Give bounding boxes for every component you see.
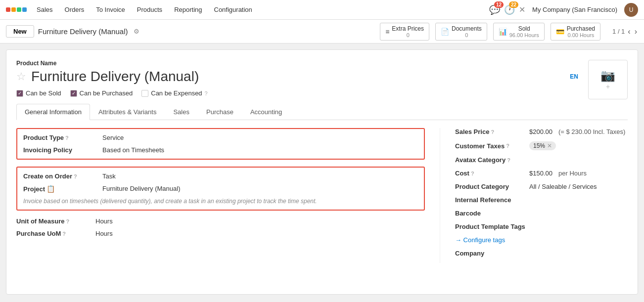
can-be-purchased-checkbox[interactable]: Can be Purchased [70, 89, 133, 97]
avatax-category-row: Avatax Category ? [455, 156, 628, 164]
extra-prices-button[interactable]: ≡ Extra Prices 0 [380, 23, 429, 41]
customer-taxes-label: Customer Taxes ? [455, 142, 529, 150]
activity-icon[interactable]: 🕐 22 [504, 4, 515, 15]
nav-configuration[interactable]: Configuration [209, 4, 257, 15]
gear-icon[interactable]: ⚙ [134, 28, 139, 35]
unit-of-measure-value[interactable]: Hours [95, 217, 113, 225]
project-row: Project 📋 Furniture Delivery (Manual) [23, 185, 418, 193]
internal-reference-row: Internal Reference [455, 196, 628, 204]
documents-label: Documents [452, 25, 482, 32]
search-icon[interactable]: ✕ [519, 5, 525, 14]
language-badge[interactable]: EN [570, 73, 578, 80]
project-label: Project 📋 [23, 185, 102, 193]
extra-prices-label: Extra Prices [392, 25, 424, 32]
documents-icon: 📄 [441, 28, 449, 36]
prev-page-button[interactable]: ‹ [627, 27, 631, 36]
can-be-sold-checkbox[interactable]: Can be Sold [16, 89, 61, 97]
sales-price-value[interactable]: $200.00 [529, 128, 552, 135]
product-category-row: Product Category All / Saleable / Servic… [455, 183, 628, 190]
configure-tags-link[interactable]: → Configure tags [455, 236, 505, 244]
tab-general-information[interactable]: General Information [16, 104, 90, 120]
create-on-order-help-icon[interactable]: ? [74, 173, 77, 179]
purchased-button[interactable]: 💳 Purchased 0.00 Hours [551, 23, 600, 41]
app-logo[interactable] [6, 7, 27, 12]
sold-button[interactable]: 📊 Sold 96.00 Hours [493, 23, 545, 41]
record-title: Furniture Delivery (Manual) [38, 27, 128, 36]
nav-to-invoice[interactable]: To Invoice [91, 4, 130, 15]
unit-of-measure-section: Unit of Measure ? Hours Purchase UoM ? H… [16, 217, 425, 237]
purchase-uom-value[interactable]: Hours [95, 230, 113, 237]
unit-of-measure-row: Unit of Measure ? Hours [16, 217, 425, 225]
project-value[interactable]: Furniture Delivery (Manual) [102, 185, 181, 192]
add-image-icon: + [606, 83, 610, 90]
company-label: Company [455, 250, 529, 257]
unit-of-measure-label: Unit of Measure ? [16, 217, 95, 225]
can-be-sold-label: Can be Sold [26, 89, 61, 97]
nav-reporting[interactable]: Reporting [169, 4, 207, 15]
sales-price-row: Sales Price ? $200.00 (= $ 230.00 Incl. … [455, 128, 628, 135]
purchased-label: Purchased [567, 25, 595, 32]
nav-sales[interactable]: Sales [32, 4, 58, 15]
can-be-expensed-checkbox[interactable]: Can be Expensed ? [141, 89, 207, 97]
product-image[interactable]: 📷 + [588, 60, 628, 99]
template-tags-label: Product Template Tags [455, 223, 529, 230]
product-title: Furniture Delivery (Manual) [31, 69, 199, 85]
next-page-button[interactable]: › [634, 27, 638, 36]
product-type-value[interactable]: Service [102, 134, 124, 141]
invoicing-policy-row: Invoicing Policy Based on Timesheets [23, 146, 418, 154]
uom-help-icon[interactable]: ? [66, 218, 70, 224]
invoicing-policy-value[interactable]: Based on Timesheets [102, 146, 164, 154]
create-on-order-value[interactable]: Task [102, 173, 116, 180]
chat-icon[interactable]: 💬 12 [489, 4, 500, 15]
tax-value: 15% [533, 142, 545, 149]
company-row: Company [455, 250, 628, 257]
tab-accounting[interactable]: Accounting [242, 104, 290, 120]
cost-value[interactable]: $150.00 [529, 170, 552, 177]
documents-button[interactable]: 📄 Documents 0 [435, 23, 487, 41]
nav-products[interactable]: Products [132, 4, 167, 15]
product-category-value[interactable]: All / Saleable / Services [529, 183, 597, 190]
action-buttons-group: ≡ Extra Prices 0 📄 Documents 0 📊 Sold 96… [380, 23, 638, 41]
sold-label: Sold [509, 25, 539, 32]
invoicing-policy-label: Invoicing Policy [23, 146, 102, 154]
project-icon: 📋 [46, 185, 55, 193]
tab-left-column: Product Type ? Service Invoicing Policy … [16, 128, 440, 263]
can-be-purchased-box[interactable] [70, 90, 77, 97]
purchased-icon: 💳 [556, 28, 564, 36]
avatax-help-icon[interactable]: ? [507, 157, 510, 163]
can-be-purchased-label: Can be Purchased [80, 89, 133, 97]
new-button[interactable]: New [6, 25, 34, 38]
user-avatar[interactable]: U [624, 3, 638, 17]
product-type-label: Product Type ? [23, 134, 102, 141]
extra-prices-icon: ≡ [385, 28, 389, 36]
tab-purchase[interactable]: Purchase [198, 104, 242, 120]
tab-attributes-variants[interactable]: Attributes & Variants [90, 104, 165, 120]
cost-per-hours: per Hours [558, 170, 587, 177]
expensed-help-icon[interactable]: ? [205, 90, 208, 96]
customer-taxes-help-icon[interactable]: ? [506, 143, 509, 149]
can-be-sold-box[interactable] [16, 90, 23, 97]
nav-orders[interactable]: Orders [60, 4, 90, 15]
cost-help-icon[interactable]: ? [471, 171, 474, 176]
tab-sales[interactable]: Sales [165, 104, 198, 120]
template-tags-row: Product Template Tags [455, 223, 628, 230]
purchase-uom-help-icon[interactable]: ? [62, 231, 66, 237]
remove-tax-icon[interactable]: ✕ [547, 142, 552, 149]
sales-price-incl-taxes: (= $ 230.00 Incl. Taxes) [558, 128, 625, 135]
purchase-uom-row: Purchase UoM ? Hours [16, 230, 425, 237]
customer-taxes-row: Customer Taxes ? 15% ✕ [455, 141, 628, 150]
documents-count: 0 [452, 32, 482, 38]
product-tabs: General Information Attributes & Variant… [16, 104, 628, 120]
sales-price-help-icon[interactable]: ? [491, 129, 494, 135]
product-type-help-icon[interactable]: ? [65, 135, 69, 141]
favorite-star-icon[interactable]: ☆ [16, 70, 26, 83]
customer-tax-badge[interactable]: 15% ✕ [529, 141, 556, 150]
product-category-label: Product Category [455, 183, 529, 190]
product-checkboxes: Can be Sold Can be Purchased Can be Expe… [16, 89, 578, 97]
camera-icon: 📷 [600, 69, 615, 83]
can-be-expensed-box[interactable] [141, 90, 148, 97]
extra-prices-count: 0 [392, 32, 424, 38]
pagination-text: 1 / 1 [612, 28, 625, 35]
cost-label: Cost ? [455, 170, 529, 177]
internal-reference-label: Internal Reference [455, 196, 529, 204]
